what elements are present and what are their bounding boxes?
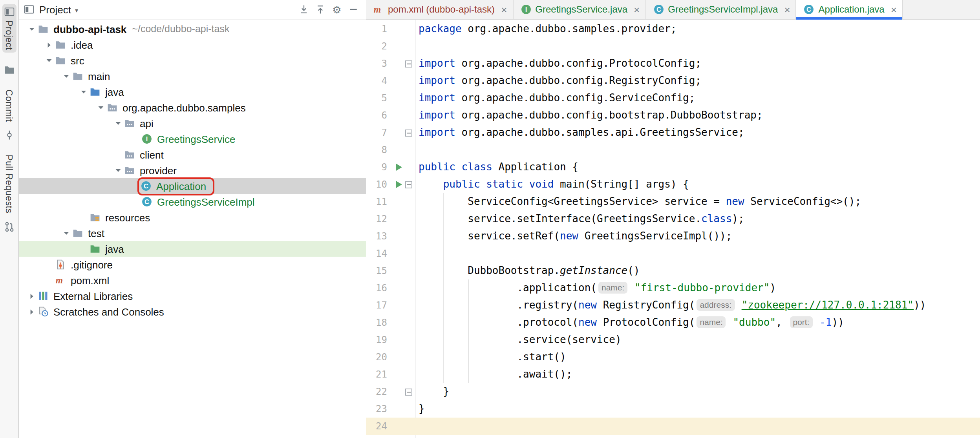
tree-item-client[interactable]: client <box>19 147 366 162</box>
package-icon <box>107 102 120 113</box>
tree-item-java[interactable]: java <box>19 84 366 100</box>
code-line-19[interactable]: 19 .service(service) <box>366 331 980 349</box>
line-number: 9 <box>366 159 387 176</box>
code-line-8[interactable]: 8 <box>366 141 980 159</box>
tree-item-greetingsservice[interactable]: IGreetingsService <box>19 131 366 147</box>
gutter-spacer <box>404 232 413 241</box>
tree-item-provider[interactable]: provider <box>19 162 366 178</box>
code-line-4[interactable]: 4import org.apache.dubbo.config.Registry… <box>366 72 980 89</box>
fold-marker-icon[interactable] <box>404 59 413 68</box>
close-icon[interactable]: × <box>634 4 640 15</box>
tree-item-resources[interactable]: resources <box>19 210 366 225</box>
code-token: new <box>560 230 585 242</box>
code-line-20[interactable]: 20 .start() <box>366 349 980 366</box>
code-line-16[interactable]: 16 .application(name: "first-dubbo-provi… <box>366 279 980 297</box>
tool-window-button-tool-folder[interactable] <box>2 62 16 78</box>
code-line-22[interactable]: 22 } <box>366 383 980 400</box>
tree-item-greetingsserviceimpl[interactable]: CGreetingsServiceImpl <box>19 194 366 210</box>
line-number: 3 <box>366 55 387 72</box>
tree-item-external-libraries[interactable]: External Libraries <box>19 288 366 304</box>
chevron-down-icon[interactable] <box>42 57 55 64</box>
tree-item-idea[interactable]: .idea <box>19 37 366 53</box>
tree-item-api[interactable]: api <box>19 115 366 131</box>
code-line-11[interactable]: 11 ServiceConfig<GreetingsService> servi… <box>366 193 980 210</box>
tree-item-dubbo-api-task[interactable]: dubbo-api-task~/code/dubbo-api-task <box>19 21 366 37</box>
tree-item-label: External Libraries <box>53 290 133 302</box>
fold-marker-icon[interactable] <box>404 128 413 137</box>
chevron-down-icon[interactable] <box>94 104 107 111</box>
chevron-right-icon[interactable] <box>42 41 55 48</box>
code-line-9[interactable]: 9public class Application { <box>366 159 980 176</box>
close-icon[interactable]: × <box>501 4 507 15</box>
code-text <box>415 141 419 159</box>
code-text <box>415 38 419 55</box>
hide-panel-icon[interactable] <box>347 3 360 16</box>
code-line-5[interactable]: 5import org.apache.dubbo.config.ServiceC… <box>366 89 980 107</box>
close-icon[interactable]: × <box>784 4 790 15</box>
chevron-down-icon[interactable] <box>112 167 124 174</box>
chevron-down-icon[interactable] <box>77 88 90 95</box>
tool-window-button-pull-requests[interactable]: Pull Requests <box>2 153 16 235</box>
folder-resources-icon <box>90 212 103 223</box>
chevron-down-icon[interactable] <box>112 120 124 127</box>
tree-item-src[interactable]: src <box>19 53 366 68</box>
code-text: import org.apache.dubbo.samples.api.Gree… <box>415 124 744 141</box>
code-line-6[interactable]: 6import org.apache.dubbo.config.bootstra… <box>366 107 980 124</box>
code-editor[interactable]: 1package org.apache.dubbo.samples.provid… <box>366 20 980 438</box>
tab-greetingsserviceimpl-java[interactable]: CGreetingsServiceImpl.java× <box>646 0 796 19</box>
collapse-all-icon[interactable] <box>314 3 327 16</box>
code-token: .service(service) <box>419 334 622 345</box>
run-arrow-icon[interactable] <box>394 162 404 172</box>
code-line-23[interactable]: 23} <box>366 400 980 418</box>
tree-item-java[interactable]: java <box>19 241 366 257</box>
gutter-icons <box>387 176 415 193</box>
code-line-14[interactable]: 14 <box>366 245 980 262</box>
tree-item-org-apache-dubbo-samples[interactable]: org.apache.dubbo.samples <box>19 100 366 115</box>
close-icon[interactable]: × <box>891 4 897 15</box>
code-line-7[interactable]: 7import org.apache.dubbo.samples.api.Gre… <box>366 124 980 141</box>
code-line-24[interactable]: 24 <box>366 418 980 435</box>
chevron-down-icon[interactable]: ▾ <box>75 7 78 14</box>
project-tool-window: Project ▾ ⚙ dubbo-api-task~/code/dubbo-a… <box>19 0 366 438</box>
code-token: .start() <box>419 351 566 363</box>
code-line-13[interactable]: 13 service.setRef(new GreetingsServiceIm… <box>366 228 980 245</box>
chevron-right-icon[interactable] <box>25 308 38 315</box>
code-line-15[interactable]: 15 DubboBootstrap.getInstance() <box>366 262 980 279</box>
tree-item-application[interactable]: CApplication <box>19 178 366 194</box>
tree-item-pom-xml[interactable]: mpom.xml <box>19 272 366 288</box>
code-line-21[interactable]: 21 .await(); <box>366 366 980 383</box>
svg-text:C: C <box>807 6 812 13</box>
tree-item-label: org.apache.dubbo.samples <box>122 102 246 113</box>
run-arrow-icon[interactable] <box>394 180 404 189</box>
tool-window-button-project[interactable]: Project <box>2 4 16 53</box>
chevron-right-icon[interactable] <box>25 292 38 299</box>
project-panel-title[interactable]: Project <box>39 4 71 15</box>
settings-icon[interactable]: ⚙ <box>331 3 343 16</box>
code-line-12[interactable]: 12 service.setInterface(GreetingsService… <box>366 210 980 228</box>
tool-window-button-commit[interactable]: Commit <box>2 87 16 143</box>
fold-marker-icon[interactable] <box>404 387 413 396</box>
tree-item-main[interactable]: main <box>19 68 366 84</box>
chevron-down-icon[interactable] <box>25 26 38 33</box>
tree-item-scratches-and-consoles[interactable]: Scratches and Consoles <box>19 304 366 319</box>
chevron-down-icon[interactable] <box>60 73 72 80</box>
expand-all-icon[interactable] <box>298 3 310 16</box>
code-line-18[interactable]: 18 .protocol(new ProtocolConfig(name: "d… <box>366 314 980 331</box>
folder-icon <box>55 39 68 50</box>
gutter-spacer <box>394 42 404 51</box>
code-line-17[interactable]: 17 .registry(new RegistryConfig(address:… <box>366 297 980 314</box>
code-line-1[interactable]: 1package org.apache.dubbo.samples.provid… <box>366 20 980 38</box>
code-line-10[interactable]: 10 public static void main(String[] args… <box>366 176 980 193</box>
chevron-down-icon[interactable] <box>60 230 72 237</box>
code-line-3[interactable]: 3import org.apache.dubbo.config.Protocol… <box>366 55 980 72</box>
gutter-spacer <box>404 24 413 34</box>
gutter-spacer <box>394 335 404 345</box>
tree-item-gitignore[interactable]: .gitignore <box>19 257 366 272</box>
tab-pom-xml-dubbo-api-task[interactable]: mpom.xml (dubbo-api-task)× <box>366 0 513 19</box>
gutter-icons <box>387 20 415 38</box>
tree-item-test[interactable]: test <box>19 225 366 241</box>
tab-greetingsservice-java[interactable]: IGreetingsService.java× <box>513 0 646 19</box>
tab-application-java[interactable]: CApplication.java× <box>797 0 903 19</box>
code-line-2[interactable]: 2 <box>366 38 980 55</box>
fold-marker-icon[interactable] <box>404 180 413 189</box>
